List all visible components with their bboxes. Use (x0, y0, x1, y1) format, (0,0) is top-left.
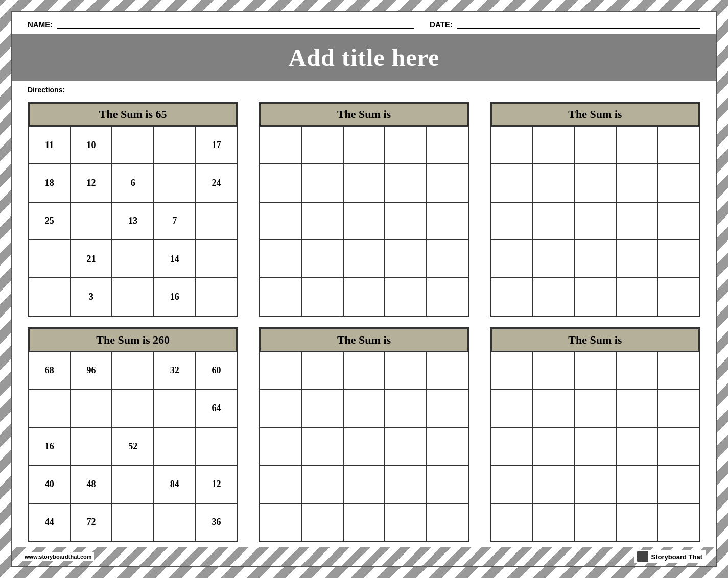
cell-4-20[interactable]: 12 (196, 465, 238, 503)
cell-1-20[interactable] (196, 240, 238, 278)
cell-1-24[interactable]: 16 (154, 278, 196, 316)
cell-6-11[interactable] (491, 427, 533, 465)
cell-6-18[interactable] (574, 465, 616, 503)
cell-6-4[interactable] (616, 352, 658, 390)
cell-3-12[interactable] (532, 202, 574, 240)
cell-4-23[interactable] (112, 503, 154, 541)
cell-1-10[interactable]: 24 (196, 164, 238, 202)
cell-4-5[interactable]: 60 (196, 352, 238, 390)
cell-4-4[interactable]: 32 (154, 352, 196, 390)
cell-3-3[interactable] (574, 126, 616, 164)
cell-5-17[interactable] (301, 465, 343, 503)
cell-3-8[interactable] (574, 164, 616, 202)
cell-6-5[interactable] (657, 352, 699, 390)
cell-2-24[interactable] (385, 278, 427, 316)
cell-4-16[interactable]: 40 (29, 465, 71, 503)
cell-6-14[interactable] (616, 427, 658, 465)
cell-5-25[interactable] (427, 503, 468, 541)
cell-4-22[interactable]: 72 (71, 503, 112, 541)
cell-6-1[interactable] (491, 352, 533, 390)
cell-1-19[interactable]: 14 (154, 240, 196, 278)
cell-6-3[interactable] (574, 352, 616, 390)
cell-4-19[interactable]: 84 (154, 465, 196, 503)
cell-5-12[interactable] (301, 427, 343, 465)
cell-5-16[interactable] (260, 465, 301, 503)
cell-3-10[interactable] (657, 164, 699, 202)
cell-2-1[interactable] (260, 126, 301, 164)
cell-5-23[interactable] (343, 503, 385, 541)
cell-4-11[interactable]: 16 (29, 427, 71, 465)
cell-4-25[interactable]: 36 (196, 503, 238, 541)
cell-1-12[interactable] (71, 202, 112, 240)
cell-6-15[interactable] (657, 427, 699, 465)
cell-5-20[interactable] (427, 465, 468, 503)
cell-4-1[interactable]: 68 (29, 352, 71, 390)
cell-1-5[interactable]: 17 (196, 126, 238, 164)
cell-1-18[interactable] (112, 240, 154, 278)
cell-5-3[interactable] (343, 352, 385, 390)
cell-5-4[interactable] (385, 352, 427, 390)
cell-6-9[interactable] (616, 390, 658, 427)
cell-6-20[interactable] (657, 465, 699, 503)
cell-4-3[interactable] (112, 352, 154, 390)
cell-2-5[interactable] (427, 126, 468, 164)
cell-2-12[interactable] (301, 202, 343, 240)
cell-3-24[interactable] (616, 278, 658, 316)
cell-4-9[interactable] (154, 390, 196, 427)
cell-6-21[interactable] (491, 503, 533, 541)
cell-3-20[interactable] (657, 240, 699, 278)
cell-6-8[interactable] (574, 390, 616, 427)
cell-2-11[interactable] (260, 202, 301, 240)
cell-3-7[interactable] (532, 164, 574, 202)
cell-6-6[interactable] (491, 390, 533, 427)
cell-2-3[interactable] (343, 126, 385, 164)
cell-6-23[interactable] (574, 503, 616, 541)
cell-4-13[interactable]: 52 (112, 427, 154, 465)
cell-3-25[interactable] (657, 278, 699, 316)
cell-3-11[interactable] (491, 202, 533, 240)
cell-4-24[interactable] (154, 503, 196, 541)
cell-6-19[interactable] (616, 465, 658, 503)
cell-6-7[interactable] (532, 390, 574, 427)
cell-1-22[interactable]: 3 (71, 278, 112, 316)
cell-3-6[interactable] (491, 164, 533, 202)
cell-1-21[interactable] (29, 278, 71, 316)
cell-6-16[interactable] (491, 465, 533, 503)
cell-2-14[interactable] (385, 202, 427, 240)
cell-3-2[interactable] (532, 126, 574, 164)
cell-2-2[interactable] (301, 126, 343, 164)
cell-6-2[interactable] (532, 352, 574, 390)
cell-3-17[interactable] (532, 240, 574, 278)
cell-1-6[interactable]: 18 (29, 164, 71, 202)
cell-1-7[interactable]: 12 (71, 164, 112, 202)
cell-3-21[interactable] (491, 278, 533, 316)
cell-4-6[interactable] (29, 390, 71, 427)
cell-6-10[interactable] (657, 390, 699, 427)
cell-2-13[interactable] (343, 202, 385, 240)
cell-1-25[interactable] (196, 278, 238, 316)
cell-4-17[interactable]: 48 (71, 465, 112, 503)
cell-3-4[interactable] (616, 126, 658, 164)
cell-2-21[interactable] (260, 278, 301, 316)
cell-3-22[interactable] (532, 278, 574, 316)
cell-4-15[interactable] (196, 427, 238, 465)
cell-1-13[interactable]: 13 (112, 202, 154, 240)
cell-3-14[interactable] (616, 202, 658, 240)
cell-1-11[interactable]: 25 (29, 202, 71, 240)
cell-6-13[interactable] (574, 427, 616, 465)
cell-3-18[interactable] (574, 240, 616, 278)
cell-3-16[interactable] (491, 240, 533, 278)
cell-4-10[interactable]: 64 (196, 390, 238, 427)
cell-5-5[interactable] (427, 352, 468, 390)
cell-1-16[interactable] (29, 240, 71, 278)
cell-4-18[interactable] (112, 465, 154, 503)
cell-4-2[interactable]: 96 (71, 352, 112, 390)
cell-2-19[interactable] (385, 240, 427, 278)
cell-2-18[interactable] (343, 240, 385, 278)
cell-2-22[interactable] (301, 278, 343, 316)
cell-1-1[interactable]: 11 (29, 126, 71, 164)
cell-6-25[interactable] (657, 503, 699, 541)
cell-5-21[interactable] (260, 503, 301, 541)
cell-1-3[interactable] (112, 126, 154, 164)
cell-5-22[interactable] (301, 503, 343, 541)
